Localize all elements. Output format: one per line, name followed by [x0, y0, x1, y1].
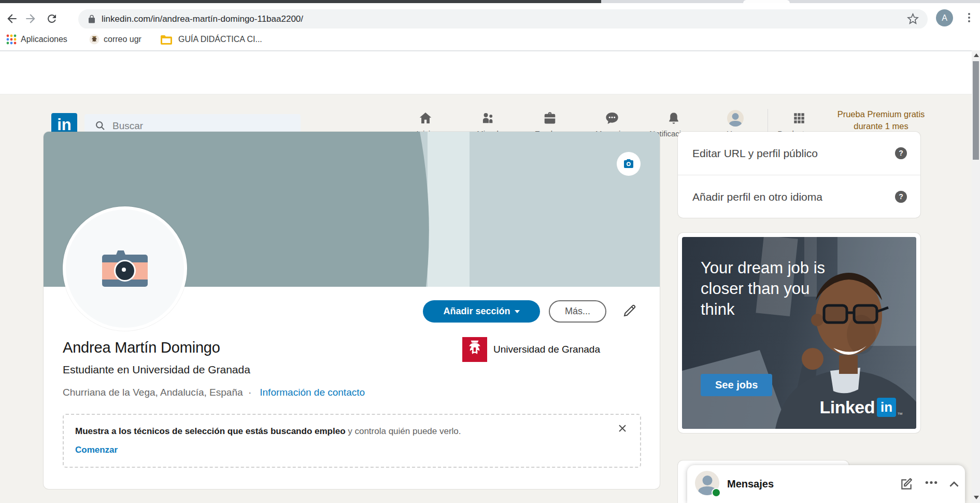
more-options-icon[interactable] — [925, 480, 938, 493]
bookmark-apps-label[interactable]: Aplicaciones — [21, 29, 67, 50]
ugr-favicon — [89, 34, 100, 45]
profile-card: Añadir sección Más... Andrea Martín Domi… — [44, 132, 660, 489]
back-icon[interactable] — [5, 12, 19, 25]
comenzar-link[interactable]: Comenzar — [75, 445, 118, 455]
lock-icon — [87, 15, 96, 24]
premium-line1: Prueba Premium gratis — [828, 108, 934, 120]
briefcase-icon — [524, 110, 576, 127]
browser-toolbar: linkedin.com/in/andrea-martín-domingo-11… — [0, 3, 980, 29]
university-name[interactable]: Universidad de Granada — [493, 337, 600, 362]
chat-icon — [586, 110, 638, 127]
bookmark-guia-didactica[interactable]: GUÍA DIDÁCTICA CI... — [178, 29, 262, 50]
add-language-label: Añadir perfil en otro idioma — [692, 175, 822, 218]
bookmarks-bar: Aplicaciones correo ugr GUÍA DIDÁCTICA C… — [0, 29, 980, 51]
premium-upsell-link[interactable]: Prueba Premium gratis durante 1 mes — [828, 108, 934, 132]
linkedin-ad-logo: Linked in ™ — [819, 397, 903, 417]
help-icon[interactable]: ? — [895, 191, 907, 203]
public-profile-card: Editar URL y perfil público ? Añadir per… — [678, 132, 920, 218]
linkedin-ad[interactable]: Your dream job is closer than you think … — [682, 237, 916, 429]
people-icon — [462, 110, 514, 127]
linkedin-navbar: in Inicio Mi red — [0, 51, 980, 94]
camera-illustration — [102, 250, 148, 287]
close-icon[interactable] — [616, 422, 629, 435]
folder-icon — [160, 35, 173, 45]
apps-grid-icon[interactable] — [6, 34, 17, 45]
bookmark-correo-ugr[interactable]: correo ugr — [104, 29, 141, 50]
location-text: Churriana de la Vega, Andalucía, España — [63, 387, 243, 398]
presence-indicator — [712, 488, 721, 497]
see-jobs-button[interactable]: See jobs — [701, 374, 772, 396]
browser-menu-icon[interactable] — [963, 11, 975, 24]
edit-url-row[interactable]: Editar URL y perfil público ? — [678, 132, 920, 175]
home-icon — [400, 110, 451, 127]
search-icon — [95, 120, 106, 131]
caret-down-icon — [515, 310, 520, 313]
premium-line2: durante 1 mes — [828, 120, 934, 132]
ad-headline: Your dream job is closer than you think — [701, 258, 833, 320]
url-text[interactable]: linkedin.com/in/andrea-martín-domingo-11… — [102, 9, 303, 29]
edit-profile-pencil-icon[interactable] — [622, 303, 637, 318]
messaging-bar[interactable]: Mensajes — [687, 465, 965, 503]
bell-icon — [643, 110, 705, 127]
university-logo[interactable] — [462, 337, 487, 362]
scrollbar-down-arrow[interactable] — [974, 496, 979, 499]
more-button[interactable]: Más... — [549, 300, 606, 323]
browser-profile-avatar[interactable]: A — [936, 9, 953, 26]
bookmark-star-icon[interactable] — [907, 13, 919, 25]
edit-url-label: Editar URL y perfil público — [692, 132, 818, 175]
scrollbar-up-arrow[interactable] — [974, 53, 979, 57]
help-icon[interactable]: ? — [895, 147, 907, 159]
chevron-up-icon[interactable] — [947, 478, 961, 491]
contact-info-link[interactable]: Información de contacto — [260, 387, 365, 398]
camera-icon — [622, 158, 635, 170]
forward-icon[interactable] — [24, 12, 37, 25]
profile-photo-placeholder[interactable] — [63, 206, 187, 331]
me-avatar — [710, 110, 761, 127]
profile-location-row: Churriana de la Vega, Andalucía, España … — [63, 387, 365, 398]
job-seeking-banner: Muestra a los técnicos de selección que … — [63, 414, 641, 468]
profile-headline: Estudiante en Universidad de Granada — [63, 364, 250, 376]
add-section-button[interactable]: Añadir sección — [423, 300, 540, 323]
screen: linkedin.com/in/andrea-martín-domingo-11… — [0, 0, 980, 503]
grid-icon — [773, 110, 825, 127]
messaging-title: Mensajes — [727, 465, 774, 503]
ad-card: Your dream job is closer than you think … — [678, 233, 920, 433]
reload-icon[interactable] — [46, 12, 59, 26]
add-profile-language-row[interactable]: Añadir perfil en otro idioma ? — [678, 175, 920, 218]
edit-cover-camera-button[interactable] — [617, 152, 641, 176]
scrollbar-thumb[interactable] — [973, 61, 979, 160]
banner-text: Muestra a los técnicos de selección que … — [75, 426, 461, 437]
compose-icon[interactable] — [900, 478, 913, 491]
profile-name: Andrea Martín Domingo — [63, 339, 220, 356]
